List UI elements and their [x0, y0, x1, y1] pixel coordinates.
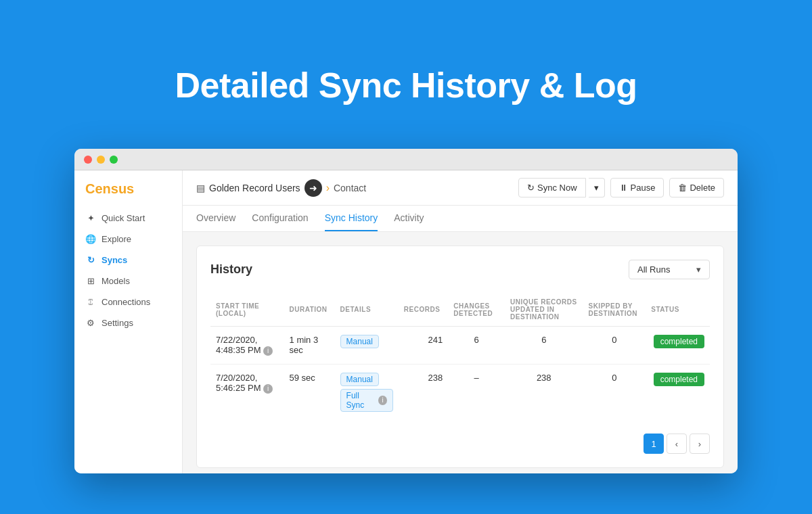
tab-sync-history-label: Sync History: [325, 212, 378, 223]
delete-label: Delete: [690, 183, 715, 193]
sidebar: Census ✦ Quick Start 🌐 Explore ↻ Syncs ⊞…: [74, 170, 183, 473]
col-header-skipped: Skipped By Destination: [583, 293, 646, 327]
cell-skipped: 0: [583, 365, 646, 421]
hero-section: Detailed Sync History & Log: [0, 0, 812, 133]
info-icon[interactable]: i: [263, 384, 273, 394]
cell-status: completed: [646, 327, 710, 365]
start-time-value: 7/22/2020, 4:48:35 PM: [216, 335, 261, 355]
badge-fullsync[interactable]: Full Sync i: [340, 389, 393, 412]
sync-icon: ↻: [527, 183, 535, 193]
tabs-bar: Overview Configuration Sync History Acti…: [183, 206, 738, 232]
page-1-button[interactable]: 1: [644, 434, 664, 454]
breadcrumb-destination: Contact: [334, 183, 366, 193]
pause-button[interactable]: ⏸ Pause: [610, 178, 664, 197]
sidebar-item-label: Explore: [102, 234, 131, 244]
col-header-start-time: Start Time (Local): [210, 293, 284, 327]
col-header-details: Details: [335, 293, 399, 327]
status-badge: completed: [654, 373, 704, 386]
cell-details: Manual: [335, 327, 399, 365]
sidebar-item-label: Models: [102, 276, 130, 286]
traffic-light-red[interactable]: [84, 156, 92, 164]
syncs-icon: ↻: [85, 255, 96, 265]
tab-activity-label: Activity: [394, 212, 424, 223]
tab-activity[interactable]: Activity: [394, 206, 424, 231]
delete-button[interactable]: 🗑 Delete: [669, 178, 724, 197]
browser-window: Census ✦ Quick Start 🌐 Explore ↻ Syncs ⊞…: [74, 149, 738, 473]
status-badge: completed: [654, 335, 704, 348]
table-icon: ▤: [196, 183, 205, 193]
pagination: 1 ‹ ›: [210, 434, 710, 454]
cell-unique: 6: [505, 327, 583, 365]
fullsync-info-icon[interactable]: i: [378, 396, 386, 405]
cell-changes: 6: [448, 327, 505, 365]
sidebar-item-quick-start[interactable]: ✦ Quick Start: [74, 208, 182, 229]
sidebar-item-label: Connections: [102, 297, 150, 307]
browser-chrome: [74, 149, 738, 170]
arrow-circle-icon: ➜: [304, 179, 322, 197]
settings-icon: ⚙: [85, 318, 96, 328]
cell-skipped: 0: [583, 327, 646, 365]
tab-sync-history[interactable]: Sync History: [325, 206, 378, 231]
badge-manual[interactable]: Manual: [340, 335, 379, 348]
pause-icon: ⏸: [619, 183, 628, 193]
sync-now-dropdown-button[interactable]: ▾: [589, 178, 605, 197]
filter-label: All Runs: [637, 264, 670, 275]
content-area: History All Runs ▾ Start Time (Local) Du…: [183, 232, 738, 473]
models-icon: ⊞: [85, 276, 96, 286]
sidebar-item-connections[interactable]: ⑄ Connections: [74, 291, 182, 312]
top-bar-actions: ↻ Sync Now ▾ ⏸ Pause 🗑 Delete: [518, 178, 724, 197]
sync-now-label: Sync Now: [537, 183, 577, 193]
filter-dropdown[interactable]: All Runs ▾: [629, 260, 710, 279]
table-row: 7/20/2020, 5:46:25 PM i 59 sec Manual Fu…: [210, 365, 710, 421]
main-content: ▤ Golden Record Users ➜ › Contact ↻ Sync…: [183, 170, 738, 473]
cell-records: 238: [399, 365, 448, 421]
tab-overview-label: Overview: [196, 212, 235, 223]
badge-manual[interactable]: Manual: [340, 373, 379, 386]
tab-overview[interactable]: Overview: [196, 206, 235, 231]
next-page-button[interactable]: ›: [690, 434, 710, 454]
sidebar-item-syncs[interactable]: ↻ Syncs: [74, 250, 182, 271]
cell-duration: 1 min 3 sec: [284, 327, 335, 365]
sidebar-item-label: Quick Start: [102, 213, 145, 223]
traffic-light-green[interactable]: [110, 156, 118, 164]
history-header: History All Runs ▾: [210, 260, 710, 279]
sidebar-item-explore[interactable]: 🌐 Explore: [74, 229, 182, 250]
breadcrumb-source: Golden Record Users: [209, 183, 300, 193]
app-layout: Census ✦ Quick Start 🌐 Explore ↻ Syncs ⊞…: [74, 170, 738, 473]
history-card: History All Runs ▾ Start Time (Local) Du…: [196, 246, 724, 468]
traffic-light-yellow[interactable]: [97, 156, 105, 164]
info-icon[interactable]: i: [263, 346, 273, 356]
sidebar-item-label: Syncs: [102, 255, 127, 265]
sidebar-logo: Census: [74, 181, 182, 208]
prev-page-button[interactable]: ‹: [667, 434, 687, 454]
sidebar-item-label: Settings: [102, 318, 133, 328]
cell-changes: –: [448, 365, 505, 421]
cell-start-time: 7/22/2020, 4:48:35 PM i: [210, 327, 284, 365]
top-bar: ▤ Golden Record Users ➜ › Contact ↻ Sync…: [183, 170, 738, 206]
start-time-value: 7/20/2020, 5:46:25 PM: [216, 373, 261, 393]
table-row: 7/22/2020, 4:48:35 PM i 1 min 3 sec Manu…: [210, 327, 710, 365]
sidebar-item-settings[interactable]: ⚙ Settings: [74, 312, 182, 333]
cell-duration: 59 sec: [284, 365, 335, 421]
explore-icon: 🌐: [85, 234, 96, 244]
col-header-changes: Changes Detected: [448, 293, 505, 327]
cell-status: completed: [646, 365, 710, 421]
col-header-duration: Duration: [284, 293, 335, 327]
cell-details: Manual Full Sync i: [335, 365, 399, 421]
col-header-records: Records: [399, 293, 448, 327]
breadcrumb-separator: ›: [326, 182, 330, 194]
cell-unique: 238: [505, 365, 583, 421]
connections-icon: ⑄: [85, 297, 96, 307]
trash-icon: 🗑: [678, 183, 687, 193]
cell-start-time: 7/20/2020, 5:46:25 PM i: [210, 365, 284, 421]
chevron-down-icon: ▾: [696, 264, 701, 275]
pause-label: Pause: [631, 183, 656, 193]
cell-records: 241: [399, 327, 448, 365]
sidebar-item-models[interactable]: ⊞ Models: [74, 271, 182, 291]
tab-configuration[interactable]: Configuration: [252, 206, 308, 231]
history-title: History: [210, 262, 252, 277]
breadcrumb: ▤ Golden Record Users ➜ › Contact: [196, 179, 366, 197]
quick-start-icon: ✦: [85, 213, 96, 223]
sync-now-button[interactable]: ↻ Sync Now: [518, 178, 586, 197]
col-header-status: Status: [646, 293, 710, 327]
